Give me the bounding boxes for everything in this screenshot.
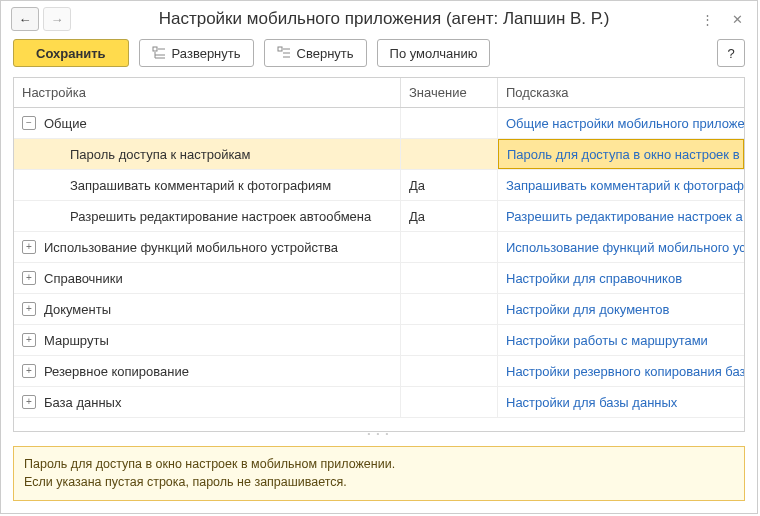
cell-hint: Разрешить редактирование настроек а… bbox=[498, 201, 744, 231]
svg-rect-0 bbox=[153, 47, 157, 51]
grid-body: −ОбщиеОбщие настройки мобильного приложе… bbox=[14, 108, 744, 431]
cell-value[interactable]: Да bbox=[401, 201, 498, 231]
expand-tree-icon bbox=[152, 46, 166, 60]
hint-link[interactable]: Разрешить редактирование настроек а… bbox=[506, 209, 744, 224]
column-header-name[interactable]: Настройка bbox=[14, 78, 401, 107]
cell-hint: Запрашивать комментарий к фотографи… bbox=[498, 170, 744, 200]
cell-value[interactable] bbox=[401, 356, 498, 386]
hint-link[interactable]: Запрашивать комментарий к фотографи… bbox=[506, 178, 744, 193]
hint-link[interactable]: Настройки работы с маршрутами bbox=[506, 333, 708, 348]
expand-label: Развернуть bbox=[172, 46, 241, 61]
cell-value[interactable] bbox=[401, 325, 498, 355]
hint-description-box: Пароль для доступа в окно настроек в моб… bbox=[13, 446, 745, 502]
close-icon: ✕ bbox=[732, 12, 743, 27]
expand-icon[interactable]: + bbox=[22, 364, 36, 378]
arrow-left-icon: ← bbox=[19, 12, 32, 27]
row-name-label: Справочники bbox=[44, 271, 123, 286]
table-row[interactable]: Запрашивать комментарий к фотографиямДаЗ… bbox=[14, 170, 744, 201]
expand-all-button[interactable]: Развернуть bbox=[139, 39, 254, 67]
window-title: Настройки мобильного приложения (агент: … bbox=[79, 7, 689, 31]
settings-grid: Настройка Значение Подсказка −ОбщиеОбщие… bbox=[13, 77, 745, 432]
cell-name: +Маршруты bbox=[14, 325, 401, 355]
horizontal-splitter[interactable]: • • • bbox=[13, 432, 745, 436]
row-name-label: Маршруты bbox=[44, 333, 109, 348]
cell-value[interactable] bbox=[401, 232, 498, 262]
hint-link[interactable]: Настройки для документов bbox=[506, 302, 669, 317]
cell-hint: Настройки резервного копирования баз… bbox=[498, 356, 744, 386]
table-row[interactable]: −ОбщиеОбщие настройки мобильного приложе… bbox=[14, 108, 744, 139]
row-name-label: Запрашивать комментарий к фотографиям bbox=[70, 178, 331, 193]
close-button[interactable]: ✕ bbox=[727, 9, 747, 29]
more-menu-button[interactable]: ⋮ bbox=[697, 9, 717, 29]
save-button[interactable]: Сохранить bbox=[13, 39, 129, 67]
cell-value[interactable] bbox=[401, 139, 498, 169]
expand-icon[interactable]: + bbox=[22, 395, 36, 409]
hint-link[interactable]: Настройки для базы данных bbox=[506, 395, 677, 410]
row-name-label: Разрешить редактирование настроек автооб… bbox=[70, 209, 371, 224]
table-row[interactable]: Разрешить редактирование настроек автооб… bbox=[14, 201, 744, 232]
cell-name: Разрешить редактирование настроек автооб… bbox=[14, 201, 401, 231]
forward-button[interactable]: → bbox=[43, 7, 71, 31]
column-header-value[interactable]: Значение bbox=[401, 78, 498, 107]
row-name-label: Пароль доступа к настройкам bbox=[70, 147, 251, 162]
nav-group: ← → bbox=[11, 7, 71, 31]
hint-line-2: Если указана пустая строка, пароль не за… bbox=[24, 473, 734, 492]
cell-name: +Резервное копирование bbox=[14, 356, 401, 386]
cell-name: +Использование функций мобильного устрой… bbox=[14, 232, 401, 262]
arrow-right-icon: → bbox=[51, 12, 64, 27]
grid-header: Настройка Значение Подсказка bbox=[14, 78, 744, 108]
cell-name: −Общие bbox=[14, 108, 401, 138]
collapse-label: Свернуть bbox=[297, 46, 354, 61]
cell-name: +Документы bbox=[14, 294, 401, 324]
cell-value[interactable] bbox=[401, 108, 498, 138]
row-name-label: Резервное копирование bbox=[44, 364, 189, 379]
cell-value[interactable] bbox=[401, 263, 498, 293]
cell-name: +База данных bbox=[14, 387, 401, 417]
cell-name: Пароль доступа к настройкам bbox=[14, 139, 401, 169]
table-row[interactable]: +МаршрутыНастройки работы с маршрутами bbox=[14, 325, 744, 356]
cell-value[interactable] bbox=[401, 387, 498, 417]
expand-icon[interactable]: + bbox=[22, 240, 36, 254]
hint-link[interactable]: Общие настройки мобильного приложе… bbox=[506, 116, 744, 131]
back-button[interactable]: ← bbox=[11, 7, 39, 31]
table-row[interactable]: +СправочникиНастройки для справочников bbox=[14, 263, 744, 294]
cell-hint: Настройки для базы данных bbox=[498, 387, 744, 417]
help-button[interactable]: ? bbox=[717, 39, 745, 67]
cell-name: +Справочники bbox=[14, 263, 401, 293]
cell-name: Запрашивать комментарий к фотографиям bbox=[14, 170, 401, 200]
collapse-all-button[interactable]: Свернуть bbox=[264, 39, 367, 67]
titlebar-actions: ⋮ ✕ bbox=[697, 9, 747, 29]
table-row[interactable]: Пароль доступа к настройкамПароль для до… bbox=[14, 139, 744, 170]
table-row[interactable]: +Использование функций мобильного устрой… bbox=[14, 232, 744, 263]
toolbar: Сохранить Развернуть Свернуть По умолчан… bbox=[1, 35, 757, 77]
cell-hint: Использование функций мобильного ус… bbox=[498, 232, 744, 262]
expand-icon[interactable]: + bbox=[22, 333, 36, 347]
cell-hint: Настройки для документов bbox=[498, 294, 744, 324]
cell-value[interactable] bbox=[401, 294, 498, 324]
column-header-hint[interactable]: Подсказка bbox=[498, 78, 744, 107]
table-row[interactable]: +База данныхНастройки для базы данных bbox=[14, 387, 744, 418]
cell-value[interactable]: Да bbox=[401, 170, 498, 200]
table-row[interactable]: +Резервное копированиеНастройки резервно… bbox=[14, 356, 744, 387]
cell-hint: Настройки для справочников bbox=[498, 263, 744, 293]
save-label: Сохранить bbox=[36, 46, 106, 61]
default-label: По умолчанию bbox=[390, 46, 478, 61]
cell-hint: Общие настройки мобильного приложе… bbox=[498, 108, 744, 138]
cell-hint: Настройки работы с маршрутами bbox=[498, 325, 744, 355]
expand-icon[interactable]: + bbox=[22, 302, 36, 316]
hint-link[interactable]: Пароль для доступа в окно настроек в … bbox=[507, 147, 744, 162]
hint-link[interactable]: Настройки для справочников bbox=[506, 271, 682, 286]
collapse-icon[interactable]: − bbox=[22, 116, 36, 130]
expand-icon[interactable]: + bbox=[22, 271, 36, 285]
row-name-label: База данных bbox=[44, 395, 121, 410]
collapse-tree-icon bbox=[277, 46, 291, 60]
vertical-dots-icon: ⋮ bbox=[701, 12, 714, 27]
app-window: ← → Настройки мобильного приложения (аге… bbox=[0, 0, 758, 514]
cell-hint: Пароль для доступа в окно настроек в … bbox=[498, 139, 744, 169]
help-label: ? bbox=[727, 46, 734, 61]
row-name-label: Документы bbox=[44, 302, 111, 317]
reset-default-button[interactable]: По умолчанию bbox=[377, 39, 491, 67]
hint-link[interactable]: Использование функций мобильного ус… bbox=[506, 240, 744, 255]
table-row[interactable]: +ДокументыНастройки для документов bbox=[14, 294, 744, 325]
hint-link[interactable]: Настройки резервного копирования баз… bbox=[506, 364, 744, 379]
